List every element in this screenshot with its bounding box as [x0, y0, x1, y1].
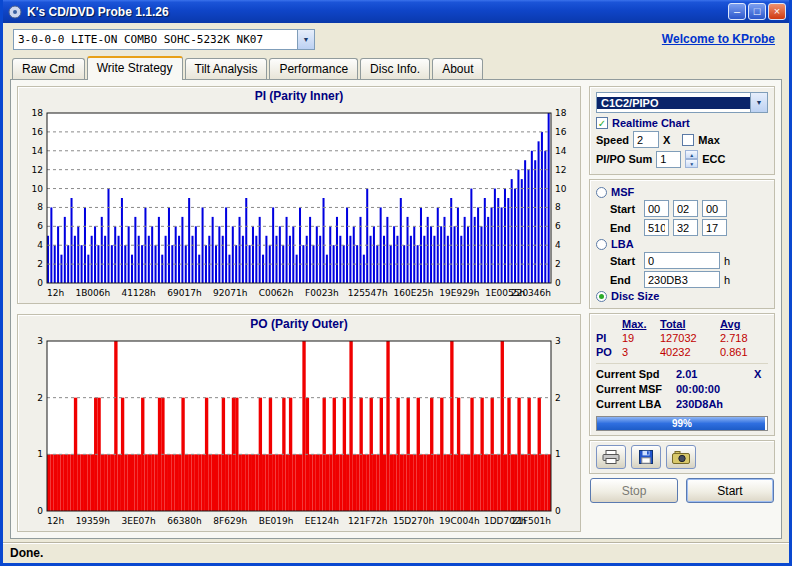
floppy-icon	[639, 450, 653, 464]
current-spd-unit: X	[754, 368, 768, 380]
minimize-icon[interactable]: –	[728, 3, 746, 20]
charts-column: PI (Parity Inner) 0022446688101012121414…	[17, 86, 581, 532]
svg-text:14: 14	[32, 146, 44, 156]
tab-raw-cmd[interactable]: Raw Cmd	[12, 58, 85, 79]
svg-text:15D270h: 15D270h	[393, 516, 434, 526]
lba-radio[interactable]	[596, 239, 607, 250]
svg-text:18: 18	[555, 108, 567, 118]
svg-text:125547h: 125547h	[348, 288, 388, 298]
stats-row-po-total: 40232	[660, 346, 720, 358]
start-button[interactable]: Start	[686, 478, 774, 503]
close-icon[interactable]: ×	[768, 3, 786, 20]
msf-label: MSF	[611, 186, 634, 198]
capture-button[interactable]	[666, 445, 696, 469]
tab-tilt-analysis[interactable]: Tilt Analysis	[185, 58, 268, 79]
svg-text:220346h: 220346h	[511, 288, 551, 298]
maximize-icon[interactable]: □	[748, 3, 766, 20]
stats-row-pi-avg: 2.718	[720, 332, 760, 344]
mode-select[interactable]: C1C2/PIPO ▼	[596, 92, 768, 113]
svg-text:8F629h: 8F629h	[213, 516, 247, 526]
svg-text:6: 6	[37, 221, 43, 231]
svg-text:2: 2	[555, 393, 561, 403]
msf-start-label: Start	[610, 203, 640, 215]
svg-text:C0062h: C0062h	[259, 288, 294, 298]
control-panel: C1C2/PIPO ▼ ✓ Realtime Chart Speed X Max…	[589, 86, 775, 532]
svg-text:3: 3	[555, 336, 561, 346]
stats-row-pi-name: PI	[596, 332, 622, 344]
max-label: Max	[698, 134, 719, 146]
svg-text:121F72h: 121F72h	[348, 516, 388, 526]
pipo-sum-input[interactable]	[656, 151, 681, 168]
svg-text:1B006h: 1B006h	[75, 288, 110, 298]
svg-text:12h: 12h	[47, 516, 64, 526]
msf-start-min-input[interactable]	[644, 200, 669, 217]
tab-about[interactable]: About	[432, 58, 483, 79]
mode-select-value: C1C2/PIPO	[597, 97, 750, 109]
device-select[interactable]: 3-0-0-0 LITE-ON COMBO SOHC-5232K NK07 ▼	[13, 29, 315, 50]
disc-size-radio[interactable]	[596, 291, 607, 302]
svg-text:160E25h: 160E25h	[394, 288, 434, 298]
svg-text:BE019h: BE019h	[259, 516, 294, 526]
svg-text:10: 10	[32, 184, 44, 194]
speed-input[interactable]	[633, 131, 659, 148]
progress-bar: 99%	[596, 416, 768, 431]
svg-text:2: 2	[555, 259, 561, 269]
dropdown-arrow-icon[interactable]: ▼	[750, 93, 767, 112]
spin-up-icon[interactable]: ▲	[685, 150, 698, 159]
stats-header-avg: Avg	[720, 318, 760, 330]
lba-end-label: End	[610, 274, 640, 286]
print-button[interactable]	[596, 445, 626, 469]
svg-text:12: 12	[32, 165, 43, 175]
window-title: K's CD/DVD Probe 1.1.26	[27, 5, 723, 19]
current-msf-label: Current MSF	[596, 383, 676, 395]
lba-start-input[interactable]	[644, 252, 720, 269]
msf-end-frame-input[interactable]	[702, 219, 727, 236]
lba-start-unit: h	[724, 255, 730, 267]
pi-chart-panel: PI (Parity Inner) 0022446688101012121414…	[17, 86, 581, 304]
svg-text:16: 16	[555, 127, 567, 137]
msf-start-sec-input[interactable]	[673, 200, 698, 217]
svg-text:19C004h: 19C004h	[439, 516, 480, 526]
svg-text:19E929h: 19E929h	[439, 288, 479, 298]
stats-corner	[596, 318, 622, 330]
realtime-chart-checkbox[interactable]: ✓	[596, 117, 608, 129]
svg-text:0: 0	[37, 278, 43, 288]
lba-end-input[interactable]	[644, 271, 720, 288]
tab-performance[interactable]: Performance	[269, 58, 358, 79]
ecc-label: ECC	[702, 153, 725, 165]
svg-text:18: 18	[32, 108, 44, 118]
stop-button[interactable]: Stop	[590, 478, 678, 503]
svg-text:12h: 12h	[47, 288, 64, 298]
msf-end-min-input[interactable]	[644, 219, 669, 236]
svg-text:10: 10	[555, 184, 567, 194]
msf-radio[interactable]	[596, 187, 607, 198]
save-button[interactable]	[631, 445, 661, 469]
svg-text:66380h: 66380h	[167, 516, 201, 526]
speed-unit-label: X	[663, 134, 670, 146]
svg-text:0: 0	[37, 506, 43, 516]
dropdown-arrow-icon[interactable]: ▼	[297, 30, 314, 49]
current-lba-unit	[754, 398, 768, 410]
stats-header-max: Max.	[622, 318, 660, 330]
current-msf-unit	[754, 383, 768, 395]
stats-header-total: Total	[660, 318, 720, 330]
msf-start-frame-input[interactable]	[702, 200, 727, 217]
action-buttons: Stop Start	[589, 478, 775, 503]
tool-buttons-group	[589, 440, 775, 474]
po-chart-title: PO (Parity Outer)	[250, 317, 347, 333]
welcome-link[interactable]: Welcome to KProbe	[662, 32, 775, 46]
tab-write-strategy[interactable]: Write Strategy	[87, 56, 183, 80]
msf-end-sec-input[interactable]	[673, 219, 698, 236]
max-checkbox[interactable]	[682, 134, 694, 146]
stats-row-pi-max: 19	[622, 332, 660, 344]
tab-disc-info[interactable]: Disc Info.	[360, 58, 430, 79]
svg-text:12: 12	[555, 165, 566, 175]
svg-text:41128h: 41128h	[121, 288, 155, 298]
po-chart-panel: PO (Parity Outer) 0011223312h19359h3EE07…	[17, 314, 581, 532]
lba-start-label: Start	[610, 255, 640, 267]
svg-text:6: 6	[555, 221, 561, 231]
spin-down-icon[interactable]: ▼	[685, 159, 698, 168]
svg-text:92071h: 92071h	[213, 288, 247, 298]
camera-icon	[672, 451, 690, 464]
speed-label: Speed	[596, 134, 629, 146]
